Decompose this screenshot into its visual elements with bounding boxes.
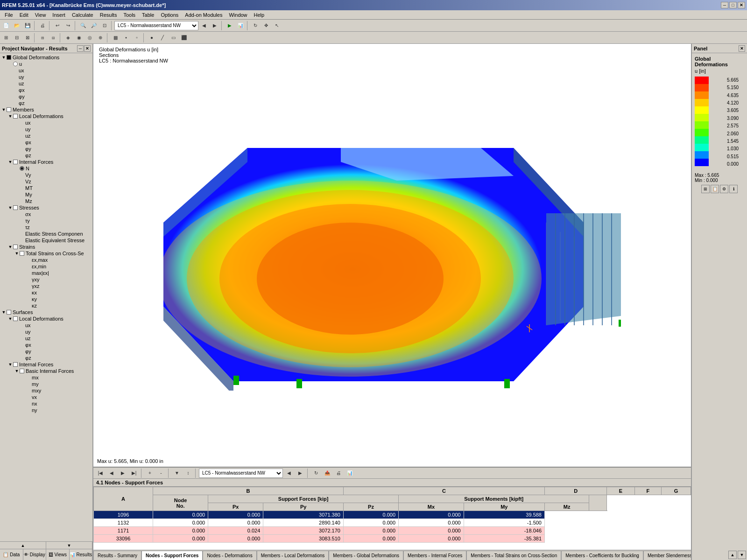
scroll-up-btn[interactable]: ▲ <box>0 542 46 549</box>
rotate-btn[interactable]: ↻ <box>250 21 261 31</box>
zoom-in-btn[interactable]: 🔍 <box>78 21 88 31</box>
tree-item-my[interactable]: My <box>0 191 92 198</box>
tree-item-σx[interactable]: σx <box>0 211 92 217</box>
maximize-btn[interactable]: □ <box>729 2 737 8</box>
legend-table-btn[interactable]: ⊞ <box>701 185 710 193</box>
tree-item-elastic-stress-compo[interactable]: Elastic Stress Componen <box>0 231 92 237</box>
bt-lc-next[interactable]: ▶ <box>295 468 305 478</box>
menu-item-tools[interactable]: Tools <box>120 12 138 18</box>
nav-tab-views[interactable]: 🖼 Views <box>46 549 70 560</box>
table-row[interactable]: 11710.0000.0243072.1700.0000.000-18.046 <box>94 527 691 535</box>
tree-item-κx[interactable]: κx <box>0 289 92 296</box>
tb2-snap3[interactable]: ◎ <box>85 33 95 43</box>
tree-item-uz[interactable]: uz <box>0 80 92 87</box>
tree-item-uz[interactable]: uz <box>0 335 92 342</box>
tb2-btn1[interactable]: ⊞ <box>1 33 11 43</box>
tree-item-uz[interactable]: uz <box>0 133 92 139</box>
nav-tab-data[interactable]: 📋 Data <box>0 549 23 560</box>
bt-export[interactable]: 📤 <box>322 468 332 478</box>
open-btn[interactable]: 📂 <box>12 21 22 31</box>
lc-selector[interactable]: LC5 - Normalwasserstand NW <box>114 21 198 30</box>
bottom-lc-selector[interactable]: LC5 - Normalwasserstand NW <box>199 469 283 478</box>
tree-item-members[interactable]: ▼Members <box>0 106 92 113</box>
pan-btn[interactable]: ✥ <box>261 21 271 31</box>
panel-close-btn[interactable]: ✕ <box>739 45 745 52</box>
close-btn[interactable]: ✕ <box>738 2 745 8</box>
tb2-view2[interactable]: ▪ <box>121 33 131 43</box>
prev-lc-btn[interactable]: ◀ <box>199 21 209 31</box>
tree-radio[interactable] <box>20 166 24 171</box>
tree-item-φz[interactable]: φz <box>0 100 92 106</box>
tree-checkbox[interactable] <box>7 55 11 60</box>
tree-item-ny[interactable]: ny <box>0 407 92 413</box>
tree-item-basic-internal-force[interactable]: ▼Basic Internal Forces <box>0 368 92 374</box>
bt-last[interactable]: ▶| <box>129 468 139 478</box>
tree-item-ux[interactable]: ux <box>0 67 92 74</box>
run-btn[interactable]: ▶ <box>225 21 235 31</box>
print-btn[interactable]: 🖨 <box>37 21 48 31</box>
bt-print[interactable]: 🖨 <box>333 468 344 478</box>
tree-item-vx[interactable]: vx <box>0 394 92 400</box>
bt-chart[interactable]: 📊 <box>345 468 355 478</box>
menu-item-help[interactable]: Help <box>251 12 268 18</box>
bt-lc-prev[interactable]: ◀ <box>284 468 294 478</box>
tb2-btn4[interactable]: ⧆ <box>37 33 48 43</box>
tab-members---global-deformations[interactable]: Members - Global Deformations <box>329 551 403 560</box>
new-btn[interactable]: 📄 <box>1 21 11 31</box>
legend-scroll-up[interactable]: ▲ <box>728 551 737 559</box>
tree-item-φz[interactable]: φz <box>0 152 92 159</box>
menu-item-calculate[interactable]: Calculate <box>69 12 96 18</box>
legend-settings-btn[interactable]: ⚙ <box>720 185 728 193</box>
tree-item-κy[interactable]: κy <box>0 296 92 302</box>
bottom-table-container[interactable]: A B C D E F G NodeNo. Support Forces [ki… <box>93 487 691 550</box>
minimize-btn[interactable]: ─ <box>721 2 728 8</box>
tree-item-φy[interactable]: φy <box>0 146 92 152</box>
tree-item-local-deformations[interactable]: ▼Local Deformations <box>0 315 92 322</box>
fit-btn[interactable]: ⊡ <box>99 21 110 31</box>
tree-item-nx[interactable]: nx <box>0 400 92 407</box>
select-btn[interactable]: ↖ <box>272 21 282 31</box>
menu-item-view[interactable]: View <box>32 12 49 18</box>
tree-checkbox[interactable] <box>13 114 18 119</box>
bt-sort[interactable]: ↕ <box>183 468 193 478</box>
bt-refresh[interactable]: ↻ <box>311 468 321 478</box>
tab-results---summary[interactable]: Results - Summary <box>93 551 141 560</box>
tab-member-slendernesses[interactable]: Member Slendernesses <box>643 551 691 560</box>
menu-item-window[interactable]: Window <box>226 12 250 18</box>
tree-item-κz[interactable]: κz <box>0 302 92 309</box>
tree-item-uy[interactable]: uy <box>0 74 92 80</box>
tree-item-uy[interactable]: uy <box>0 126 92 133</box>
tree-checkbox[interactable] <box>13 245 18 249</box>
tab-members---internal-forces[interactable]: Members - Internal Forces <box>403 551 466 560</box>
bt-add[interactable]: + <box>145 468 155 478</box>
tree-checkbox[interactable] <box>7 310 11 315</box>
tb2-view1[interactable]: ▩ <box>110 33 120 43</box>
menu-item-results[interactable]: Results <box>97 12 120 18</box>
save-btn[interactable]: 💾 <box>22 21 33 31</box>
tree-item-local-deformations[interactable]: ▼Local Deformations <box>0 113 92 119</box>
legend-info-btn[interactable]: ℹ <box>729 185 738 193</box>
nav-tab-results[interactable]: 📊 Results <box>70 549 93 560</box>
tree-item-mx[interactable]: mx <box>0 374 92 381</box>
menu-item-add-on modules[interactable]: Add-on Modules <box>182 12 225 18</box>
scroll-down-btn[interactable]: ▼ <box>46 542 92 549</box>
tab-members---coefficients-for-buc[interactable]: Members - Coefficients for Buckling <box>561 551 643 560</box>
menu-item-table[interactable]: Table <box>139 12 157 18</box>
tb2-view3[interactable]: ▫ <box>132 33 142 43</box>
tree-item-φx[interactable]: φx <box>0 342 92 348</box>
tb2-solid[interactable]: ⬛ <box>179 33 189 43</box>
nav-pin-btn[interactable]: ─ <box>77 45 84 52</box>
tree-radio[interactable] <box>13 62 18 66</box>
tb2-line[interactable]: ╱ <box>157 33 168 43</box>
tree-item-internal-forces[interactable]: ▼Internal Forces <box>0 159 92 165</box>
redo-btn[interactable]: ↪ <box>63 21 73 31</box>
tree-item-φx[interactable]: φx <box>0 139 92 146</box>
viewport[interactable]: Global Deformations u [in] Sections LC5 … <box>93 44 691 467</box>
tab-members---total-strains-on-cro[interactable]: Members - Total Strains on Cross-Section <box>466 551 561 560</box>
tree-item-mz[interactable]: Mz <box>0 198 92 204</box>
tree-item-my[interactable]: my <box>0 381 92 387</box>
tab-members---local-deformations[interactable]: Members - Local Deformations <box>257 551 329 560</box>
tree-item-vy[interactable]: Vy <box>0 172 92 178</box>
tb2-btn3[interactable]: ⊠ <box>22 33 33 43</box>
tree-item-ux[interactable]: ux <box>0 119 92 126</box>
